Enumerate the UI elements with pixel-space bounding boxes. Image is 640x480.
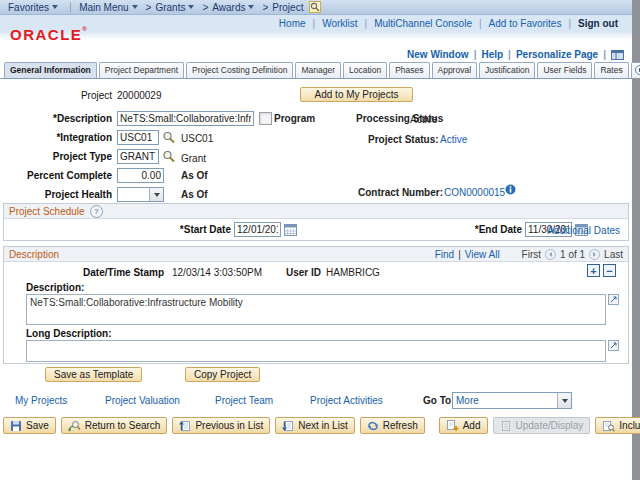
delete-row-button[interactable]: − <box>603 264 616 277</box>
start-date-calendar-icon[interactable] <box>284 223 297 236</box>
help-link[interactable]: Help <box>481 49 503 60</box>
previous-row-icon[interactable] <box>545 249 556 260</box>
tab-general-information[interactable]: General Information <box>4 62 97 78</box>
start-date-input[interactable] <box>234 222 281 237</box>
long-description-label: Long Description: <box>26 328 112 339</box>
add-icon <box>446 419 459 432</box>
update-display-label: Update/Display <box>516 420 584 431</box>
my-projects-link[interactable]: My Projects <box>15 395 67 406</box>
tab-rule <box>0 78 632 79</box>
chevron-down-icon <box>188 5 194 9</box>
long-description-textarea[interactable] <box>26 340 606 362</box>
info-icon[interactable] <box>505 184 516 195</box>
integration-lookup-icon[interactable] <box>162 131 176 144</box>
breadcrumb-separator: > <box>202 2 208 13</box>
breadcrumb-project[interactable]: Project <box>272 2 303 13</box>
chevron-down-icon <box>132 5 138 9</box>
project-status-value-link[interactable]: Active <box>440 134 467 145</box>
help-icon[interactable]: ? <box>90 205 103 218</box>
expand-description-icon[interactable] <box>608 294 619 305</box>
project-schedule-title: Project Schedule <box>9 206 85 217</box>
home-link[interactable]: Home <box>279 18 306 29</box>
description-textarea[interactable]: NeTS:Small:Collaborative:Infrastructure … <box>26 294 606 325</box>
project-valuation-link[interactable]: Project Valuation <box>105 395 180 406</box>
first-label: First <box>522 249 541 260</box>
view-all-link[interactable]: View All <box>465 249 500 260</box>
tab-label: Phases <box>395 65 423 75</box>
breadcrumb-grants-label: Grants <box>155 2 185 13</box>
project-label: Project <box>0 90 112 101</box>
end-date-label: *End Date <box>404 224 522 235</box>
arrow-right-icon <box>635 65 640 75</box>
personalize-page-link[interactable]: Personalize Page <box>516 49 598 60</box>
breadcrumb-project-label: Project <box>272 2 303 13</box>
project-health-select[interactable] <box>117 187 164 202</box>
go-to-select[interactable]: More <box>452 392 572 409</box>
include-history-button[interactable]: Include History <box>595 417 640 434</box>
portal-fade <box>0 31 632 40</box>
nav-separator: | <box>458 249 461 260</box>
tab-label: Manager <box>301 65 335 75</box>
save-button[interactable]: Save <box>3 417 56 434</box>
tab-phases[interactable]: Phases <box>389 62 429 78</box>
tab-justification[interactable]: Justification <box>479 62 535 78</box>
copy-project-button[interactable]: Copy Project <box>185 367 260 382</box>
project-team-link[interactable]: Project Team <box>215 395 273 406</box>
tab-location[interactable]: Location <box>343 62 387 78</box>
project-activities-link[interactable]: Project Activities <box>310 395 383 406</box>
tab-rates[interactable]: Rates <box>594 62 628 78</box>
registered-mark: ® <box>82 26 86 32</box>
as-of-label-2: As Of <box>181 189 208 200</box>
new-window-link[interactable]: New Window <box>407 49 469 60</box>
worklist-link[interactable]: Worklist <box>322 18 357 29</box>
tab-user-fields[interactable]: User Fields <box>537 62 592 78</box>
show-more-tabs-button[interactable] <box>631 62 640 78</box>
find-link[interactable]: Find <box>435 249 454 260</box>
expand-long-description-icon[interactable] <box>608 340 619 351</box>
add-button[interactable]: Add <box>439 417 488 434</box>
integration-input[interactable] <box>117 130 159 145</box>
breadcrumb-awards[interactable]: Awards <box>212 2 254 13</box>
breadcrumb-grants[interactable]: Grants <box>155 2 194 13</box>
breadcrumb-awards-label: Awards <box>212 2 245 13</box>
additional-dates-link[interactable]: Additional Dates <box>547 225 620 236</box>
description-input[interactable] <box>117 111 254 126</box>
next-in-list-icon <box>282 420 294 432</box>
tab-project-costing-definition[interactable]: Project Costing Definition <box>186 62 293 78</box>
description-header: Description Find | View All First 1 of 1… <box>4 247 628 262</box>
contract-number-link[interactable]: CON0000015 <box>444 187 505 198</box>
next-in-list-button[interactable]: Next in List <box>275 417 354 434</box>
next-row-icon[interactable] <box>589 249 600 260</box>
contract-number-label: Contract Number: <box>358 187 443 198</box>
add-row-button[interactable]: + <box>587 264 600 277</box>
refresh-button[interactable]: Refresh <box>360 417 425 434</box>
previous-in-list-button[interactable]: Previous in List <box>172 417 270 434</box>
breadcrumb-search-icon[interactable] <box>309 1 321 13</box>
pagebar-separator: | <box>508 49 511 60</box>
project-health-label: Project Health <box>0 189 112 200</box>
breadcrumb-favorites[interactable]: Favorites <box>8 2 58 13</box>
tab-approval[interactable]: Approval <box>432 62 478 78</box>
multichannel-console-link[interactable]: MultiChannel Console <box>374 18 472 29</box>
tab-bar: General Information Project Department P… <box>4 62 640 78</box>
tab-label: General Information <box>10 65 91 75</box>
portal-separator: | <box>479 18 482 29</box>
sign-out-link[interactable]: Sign out <box>578 18 618 29</box>
integration-display: USC01 <box>181 133 213 144</box>
portal-separator: | <box>568 18 571 29</box>
save-as-template-button[interactable]: Save as Template <box>45 367 142 382</box>
description-section: Description Find | View All First 1 of 1… <box>3 246 629 364</box>
add-to-my-projects-button[interactable]: Add to My Projects <box>300 87 413 102</box>
personalize-layout-icon[interactable] <box>611 50 624 60</box>
percent-complete-input[interactable] <box>117 168 164 183</box>
add-label: Add <box>463 420 481 431</box>
project-type-input[interactable] <box>117 149 159 164</box>
return-to-search-button[interactable]: Return to Search <box>61 417 168 434</box>
tab-project-department[interactable]: Project Department <box>99 62 184 78</box>
breadcrumb-main-menu[interactable]: Main Menu <box>79 2 137 13</box>
project-type-lookup-icon[interactable] <box>162 150 176 163</box>
chevron-down-icon <box>248 5 254 9</box>
add-to-favorites-link[interactable]: Add to Favorites <box>489 18 562 29</box>
tab-manager[interactable]: Manager <box>295 62 341 78</box>
program-checkbox[interactable] <box>259 112 272 125</box>
